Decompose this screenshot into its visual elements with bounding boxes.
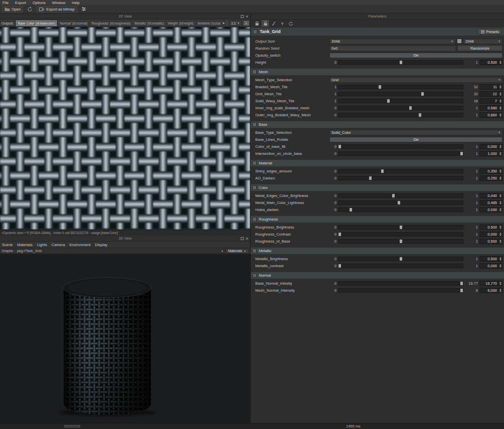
menu-options[interactable]: Options bbox=[33, 1, 46, 5]
spinner-down-icon[interactable] bbox=[499, 147, 501, 148]
value-spinner[interactable] bbox=[498, 239, 502, 244]
slider-handle[interactable] bbox=[398, 201, 400, 204]
value-box[interactable]: 0,660 bbox=[479, 112, 502, 118]
output-chip-ambient-occlusion[interactable]: 'Ambient Occlusion' (id:ambien bbox=[196, 21, 221, 26]
value-spinner[interactable] bbox=[498, 60, 502, 65]
graph-dropdown-caret-icon[interactable]: ▼ bbox=[221, 250, 224, 253]
spinner-down-icon[interactable] bbox=[499, 235, 501, 236]
value-spinner[interactable] bbox=[498, 257, 502, 261]
slider-handle[interactable] bbox=[409, 106, 412, 110]
value-spinner[interactable] bbox=[498, 281, 502, 286]
spinner-down-icon[interactable] bbox=[499, 94, 501, 96]
bakers-settings-button[interactable] bbox=[80, 6, 88, 13]
param-dropdown[interactable]: Solid_Color▼ bbox=[329, 130, 502, 135]
spinner-down-icon[interactable] bbox=[499, 210, 501, 211]
value-box[interactable]: 16,770 bbox=[479, 281, 502, 286]
output-chip-height[interactable]: 'Height' (id:height) bbox=[166, 21, 195, 26]
menu3d-camera[interactable]: Camera bbox=[52, 243, 65, 247]
output-size-width-dropdown[interactable]: 2048▼ bbox=[329, 39, 455, 44]
spinner-up-icon[interactable] bbox=[499, 176, 501, 178]
param-slider-track[interactable] bbox=[338, 200, 463, 205]
menu3d-lights[interactable]: Lights bbox=[37, 243, 47, 247]
param-slider-track[interactable] bbox=[338, 264, 463, 268]
param-slider-track[interactable] bbox=[338, 151, 463, 156]
materials-dropdown[interactable]: Materials ▼ bbox=[226, 249, 249, 254]
value-spinner[interactable] bbox=[498, 193, 502, 198]
close-panel-icon[interactable]: × bbox=[246, 237, 248, 241]
spinner-down-icon[interactable] bbox=[499, 171, 501, 173]
spinner-up-icon[interactable] bbox=[499, 240, 501, 241]
reset-parameters-button[interactable] bbox=[287, 20, 294, 27]
spinner-down-icon[interactable] bbox=[499, 228, 501, 229]
spinner-up-icon[interactable] bbox=[499, 201, 501, 202]
section-expander-button[interactable] bbox=[252, 70, 257, 74]
value-box[interactable]: 0,500 bbox=[479, 60, 502, 65]
spinner-up-icon[interactable] bbox=[499, 257, 501, 259]
toggle-switch[interactable]: On bbox=[329, 53, 502, 58]
slider-handle[interactable] bbox=[381, 169, 384, 173]
spinner-up-icon[interactable] bbox=[499, 113, 501, 115]
float-panel-icon[interactable] bbox=[241, 237, 244, 240]
param-slider-track[interactable] bbox=[338, 207, 463, 212]
value-box[interactable]: 0,500 bbox=[479, 239, 502, 244]
spinner-down-icon[interactable] bbox=[499, 87, 501, 89]
value-spinner[interactable] bbox=[498, 176, 502, 180]
param-slider-track[interactable] bbox=[338, 106, 463, 110]
menu-export[interactable]: Export bbox=[15, 1, 26, 5]
menu3d-materials[interactable]: Materials bbox=[17, 243, 32, 247]
section-header[interactable]: Normal bbox=[251, 272, 504, 279]
presets-button[interactable]: Presets bbox=[477, 29, 502, 35]
value-box[interactable]: 0,250 bbox=[479, 175, 502, 181]
value-spinner[interactable] bbox=[498, 169, 502, 173]
spinner-up-icon[interactable] bbox=[499, 152, 501, 153]
spinner-down-icon[interactable] bbox=[499, 63, 501, 64]
value-spinner[interactable] bbox=[498, 264, 502, 268]
param-slider-track[interactable] bbox=[338, 169, 463, 173]
output-chip-basecolor[interactable]: 'Base Color' (id:basecolor) bbox=[16, 21, 57, 26]
param-slider-track[interactable] bbox=[338, 99, 463, 103]
graph-header[interactable]: Tank_Grid Presets bbox=[251, 28, 504, 36]
value-spinner[interactable] bbox=[498, 106, 502, 110]
spinner-down-icon[interactable] bbox=[499, 154, 501, 155]
value-spinner[interactable] bbox=[498, 232, 502, 237]
refresh-button[interactable] bbox=[26, 6, 34, 13]
value-spinner[interactable] bbox=[498, 225, 502, 230]
random-seed-field[interactable]: 0x0 bbox=[329, 46, 456, 51]
value-box[interactable]: 0,350 bbox=[479, 168, 502, 174]
spinner-down-icon[interactable] bbox=[499, 266, 501, 268]
spinner-down-icon[interactable] bbox=[499, 203, 501, 204]
section-header[interactable]: Base bbox=[251, 121, 504, 128]
randomize-button[interactable]: Randomize bbox=[457, 45, 502, 51]
menu-help[interactable]: Help bbox=[72, 1, 79, 5]
spinner-up-icon[interactable] bbox=[499, 233, 501, 234]
view2d-canvas[interactable] bbox=[0, 27, 250, 230]
param-slider-track[interactable] bbox=[338, 113, 463, 117]
output-size-height-dropdown[interactable]: 2048▼ bbox=[463, 39, 502, 44]
slider-handle[interactable] bbox=[369, 176, 372, 180]
value-spinner[interactable] bbox=[498, 288, 502, 293]
slider-handle[interactable] bbox=[400, 240, 402, 243]
spinner-up-icon[interactable] bbox=[499, 264, 501, 266]
param-slider-track[interactable] bbox=[338, 85, 463, 89]
value-box[interactable]: 0,000 bbox=[479, 232, 502, 237]
menu3d-display[interactable]: Display bbox=[95, 243, 108, 247]
slider-handle[interactable] bbox=[460, 152, 463, 155]
spinner-down-icon[interactable] bbox=[499, 115, 501, 117]
section-expander-button[interactable] bbox=[252, 217, 257, 222]
output-chip-roughness[interactable]: 'Roughness' (id:roughness) bbox=[90, 21, 132, 26]
spinner-down-icon[interactable] bbox=[499, 284, 501, 285]
spinner-down-icon[interactable] bbox=[499, 259, 501, 261]
spinner-down-icon[interactable] bbox=[499, 196, 501, 197]
close-panel-icon[interactable]: × bbox=[246, 15, 248, 19]
toggle-switch[interactable]: On bbox=[329, 137, 502, 142]
menu3d-scene[interactable]: Scene bbox=[2, 243, 13, 247]
section-expander-button[interactable] bbox=[252, 249, 257, 253]
value-box[interactable]: 0,000 bbox=[479, 144, 502, 149]
slider-handle[interactable] bbox=[339, 233, 341, 236]
menu-window[interactable]: Window bbox=[52, 1, 66, 5]
value-spinner[interactable] bbox=[498, 151, 502, 156]
slider-handle[interactable] bbox=[421, 92, 424, 96]
export-bitmap-button[interactable]: Export as bitmap bbox=[37, 6, 77, 13]
spinner-up-icon[interactable] bbox=[499, 99, 501, 101]
section-header[interactable]: Metallic bbox=[251, 248, 504, 254]
